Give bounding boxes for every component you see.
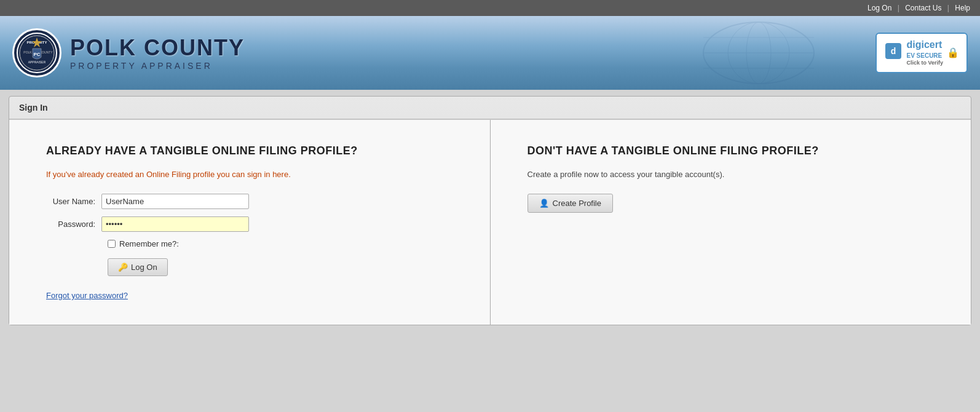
logon-button[interactable]: 🔑 Log On bbox=[108, 258, 168, 276]
remember-me-label: Remember me?: bbox=[119, 239, 179, 248]
globe-watermark bbox=[697, 19, 820, 87]
password-row: Password: bbox=[46, 216, 453, 232]
password-input[interactable] bbox=[101, 216, 249, 232]
separator-1: | bbox=[898, 4, 899, 12]
org-subtitle: PROPERTY APPRAISER bbox=[70, 61, 245, 71]
digicert-icon: d bbox=[884, 42, 903, 64]
svg-text:COUNTY: COUNTY bbox=[39, 50, 53, 54]
key-icon: 🔑 bbox=[118, 263, 128, 272]
svg-text:d: d bbox=[891, 46, 896, 56]
top-navigation: Log On | Contact Us | Help bbox=[0, 0, 980, 16]
username-input[interactable] bbox=[101, 194, 249, 209]
right-description: Create a profile now to access your tang… bbox=[528, 170, 935, 179]
password-label: Password: bbox=[46, 220, 101, 229]
existing-profile-section: ALREADY HAVE A TANGIBLE ONLINE FILING PR… bbox=[9, 120, 491, 325]
separator-2: | bbox=[947, 4, 949, 12]
page-header: PROPERTY APPRAISER POLK COUNTY PC POLK C… bbox=[0, 16, 980, 90]
logon-nav-link[interactable]: Log On bbox=[867, 4, 891, 12]
svg-text:POLK: POLK bbox=[23, 50, 32, 54]
svg-text:APPRAISER: APPRAISER bbox=[28, 60, 46, 64]
person-icon: 👤 bbox=[539, 199, 549, 208]
help-nav-link[interactable]: Help bbox=[955, 4, 970, 12]
org-name: POLK COUNTY bbox=[70, 34, 245, 61]
digicert-badge[interactable]: d digicert EV SECURE Click to Verify 🔒 bbox=[875, 33, 968, 73]
remember-me-row: Remember me?: bbox=[108, 239, 453, 248]
header-branding: PROPERTY APPRAISER POLK COUNTY PC POLK C… bbox=[12, 28, 245, 77]
left-heading: ALREADY HAVE A TANGIBLE ONLINE FILING PR… bbox=[46, 145, 453, 157]
remember-me-checkbox[interactable] bbox=[108, 240, 116, 248]
forgot-password-section: Forgot your password? bbox=[46, 291, 453, 300]
create-profile-button[interactable]: 👤 Create Profile bbox=[528, 194, 613, 213]
lock-icon: 🔒 bbox=[947, 47, 959, 58]
contact-nav-link[interactable]: Contact Us bbox=[905, 4, 941, 12]
org-title-block: POLK COUNTY PROPERTY APPRAISER bbox=[70, 34, 245, 71]
seal-icon: PROPERTY APPRAISER POLK COUNTY PC bbox=[15, 31, 58, 74]
sign-in-title: Sign In bbox=[9, 97, 971, 119]
username-row: User Name: bbox=[46, 194, 453, 209]
svg-text:PC: PC bbox=[33, 52, 40, 57]
right-heading: DON'T HAVE A TANGIBLE ONLINE FILING PROF… bbox=[528, 145, 935, 157]
sign-in-body: ALREADY HAVE A TANGIBLE ONLINE FILING PR… bbox=[9, 119, 971, 325]
new-profile-section: DON'T HAVE A TANGIBLE ONLINE FILING PROF… bbox=[491, 120, 971, 325]
username-label: User Name: bbox=[46, 197, 101, 206]
digicert-text: digicert EV SECURE Click to Verify bbox=[906, 39, 943, 66]
org-logo: PROPERTY APPRAISER POLK COUNTY PC bbox=[12, 28, 61, 77]
sign-in-panel: Sign In ALREADY HAVE A TANGIBLE ONLINE F… bbox=[9, 96, 971, 325]
left-description: If you've already created an Online Fili… bbox=[46, 170, 453, 179]
forgot-password-link[interactable]: Forgot your password? bbox=[46, 291, 128, 300]
